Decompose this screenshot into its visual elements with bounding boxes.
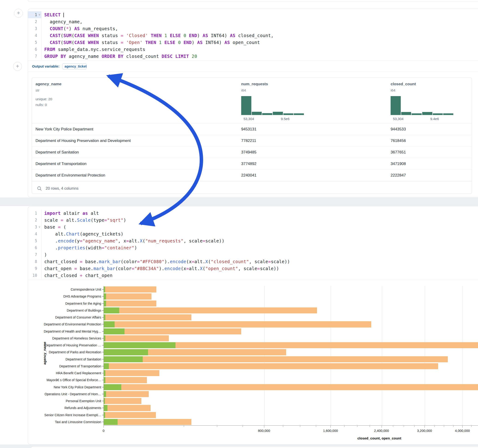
bar-open-count[interactable] <box>104 398 105 404</box>
x-axis-label: 4,000,000 <box>455 429 470 433</box>
bar-open-count[interactable] <box>104 342 176 348</box>
bar-closed-count[interactable] <box>104 398 141 404</box>
bar-open-count[interactable] <box>104 384 121 390</box>
previous-cell-edge <box>28 0 478 2</box>
table-row[interactable]: Department of Transportation377489234719… <box>32 158 472 170</box>
x-minor-tick <box>370 426 370 427</box>
fold-chevron-icon[interactable]: > <box>38 13 41 17</box>
y-axis-label: Refunds and Adjustments <box>64 406 101 410</box>
x-minor-tick <box>344 426 345 427</box>
bar-open-count[interactable] <box>104 328 125 334</box>
table-row[interactable]: Department of Housing Preservation and D… <box>32 135 472 147</box>
bar-open-count[interactable] <box>104 335 105 341</box>
bar-closed-count[interactable] <box>104 377 147 383</box>
code-text: FROM sample_data.nyc.service_requests <box>41 46 478 53</box>
table-cell: 9443533 <box>387 124 472 135</box>
code-line[interactable]: 7GROUP BY agency_name ORDER BY closed_co… <box>28 53 478 60</box>
x-major-tick <box>264 426 264 428</box>
column-header[interactable]: num_requestsi6453,3049.5e6 <box>238 78 387 123</box>
line-number: 1 <box>28 210 41 217</box>
code-text: chart_closed + chart_open <box>41 272 478 279</box>
line-number: 5 <box>28 39 41 46</box>
bar-open-count[interactable] <box>104 314 105 320</box>
bar-open-count[interactable] <box>104 300 106 306</box>
bar-closed-count[interactable] <box>104 293 151 299</box>
bar-closed-count[interactable] <box>104 286 156 292</box>
code-text: GROUP BY agency_name ORDER BY closed_cou… <box>41 53 478 60</box>
bar-closed-count[interactable] <box>104 405 151 411</box>
x-axis-label: 1,600,000 <box>323 429 338 433</box>
table-row[interactable]: New York City Police Department945313194… <box>32 124 472 135</box>
code-line[interactable]: 1import altair as alt <box>28 210 478 217</box>
bar-closed-count[interactable] <box>104 307 317 313</box>
bar-open-count[interactable] <box>104 412 105 418</box>
code-text: base = ( <box>41 224 478 230</box>
column-header[interactable]: agency_namestrunique: 20nulls: 0 <box>32 78 238 123</box>
code-line[interactable]: 7) <box>28 251 478 258</box>
search-icon[interactable] <box>37 186 42 191</box>
table-row[interactable]: Department of Environmental Protection22… <box>32 170 472 181</box>
code-line[interactable]: 5 .encode(y="agency_name", x=alt.X("num_… <box>28 237 478 244</box>
code-line[interactable]: 4 CAST(SUM(CASE WHEN status = 'Closed' T… <box>28 32 478 39</box>
bar-closed-count[interactable] <box>104 363 438 369</box>
table-cell: New York City Police Department <box>32 124 238 135</box>
code-line[interactable]: 9chart_open = base.mark_bar(color="#8BC3… <box>28 265 478 272</box>
code-line[interactable]: 3>base = ( <box>28 224 478 230</box>
bar-closed-count[interactable] <box>104 314 191 320</box>
bar-open-count[interactable] <box>104 293 106 299</box>
code-line[interactable]: 6 .properties(width="container") <box>28 244 478 251</box>
python-code-editor[interactable]: 1import altair as alt2scale = alt.Scale(… <box>28 206 478 279</box>
bar-closed-count[interactable] <box>104 356 448 362</box>
bar-row <box>104 412 475 418</box>
bar-open-count[interactable] <box>104 370 105 376</box>
bar-open-count[interactable] <box>104 356 143 362</box>
bar-closed-count[interactable] <box>104 391 149 397</box>
y-axis-label: Taxi and Limousine Commission <box>55 420 101 424</box>
bar-open-count[interactable] <box>104 307 119 313</box>
y-axis-label: Personal Exemption Unit <box>66 399 101 403</box>
bar-closed-count[interactable] <box>104 384 478 390</box>
bar-closed-count[interactable] <box>104 412 156 418</box>
column-header[interactable]: closed_counti6453,3049.4e6 <box>387 78 472 123</box>
bar-open-count[interactable] <box>104 391 106 397</box>
code-line[interactable]: 8chart_closed = base.mark_bar(color="#FF… <box>28 258 478 265</box>
x-axis-label: 2,400,000 <box>374 429 389 433</box>
bar-open-count[interactable] <box>104 321 115 327</box>
code-text: CAST(SUM(CASE WHEN status = 'Closed' THE… <box>41 32 478 39</box>
code-line[interactable]: 3 COUNT(*) AS num_requests, <box>28 25 478 32</box>
code-line[interactable]: 2scale = alt.Scale(type="sqrt") <box>28 217 478 224</box>
bar-closed-count[interactable] <box>104 300 156 306</box>
bar-open-count[interactable] <box>104 286 105 292</box>
code-line[interactable]: 2 agency_name, <box>28 18 478 25</box>
bar-open-count[interactable] <box>104 419 118 425</box>
fold-chevron-icon[interactable]: > <box>38 225 41 229</box>
x-major-tick <box>104 426 104 428</box>
add-cell-button[interactable]: + <box>14 9 23 18</box>
bar-closed-count[interactable] <box>104 335 169 341</box>
table-cell: Department of Environmental Protection <box>32 170 238 181</box>
bar-closed-count[interactable] <box>104 321 371 327</box>
bar-closed-count[interactable] <box>104 370 159 376</box>
output-variable-pill[interactable]: agency_tickets <box>62 63 87 69</box>
x-major-tick <box>462 426 463 428</box>
bar-row <box>104 328 475 335</box>
output-variable-label: Output variable: <box>32 64 59 68</box>
code-line[interactable]: 1>SELECT <box>28 11 478 18</box>
bar-open-count[interactable] <box>104 405 107 411</box>
bar-open-count[interactable] <box>104 377 105 383</box>
sql-code-editor[interactable]: 1>SELECT 2 agency_name,3 COUNT(*) AS num… <box>28 9 478 60</box>
code-line[interactable]: 6FROM sample_data.nyc.service_requests <box>28 46 478 53</box>
code-text: agency_name, <box>41 18 478 25</box>
bar-row <box>104 398 475 404</box>
histogram-bar <box>283 113 294 115</box>
x-major-tick <box>330 426 331 428</box>
bar-open-count[interactable] <box>104 349 148 355</box>
code-line[interactable]: 4 alt.Chart(agency_tickets) <box>28 230 478 237</box>
column-histogram <box>391 96 453 115</box>
chart-y-axis: Correspondence UnitDHS Advantage Program… <box>28 286 104 425</box>
code-line[interactable]: 5 CAST(SUM(CASE WHEN status = 'Open' THE… <box>28 39 478 46</box>
code-line[interactable]: 10chart_closed + chart_open <box>28 272 478 279</box>
add-cell-button[interactable]: + <box>13 62 22 71</box>
table-row[interactable]: Department of Sanitation37494853677651 <box>32 147 472 158</box>
bar-open-count[interactable] <box>104 363 109 369</box>
